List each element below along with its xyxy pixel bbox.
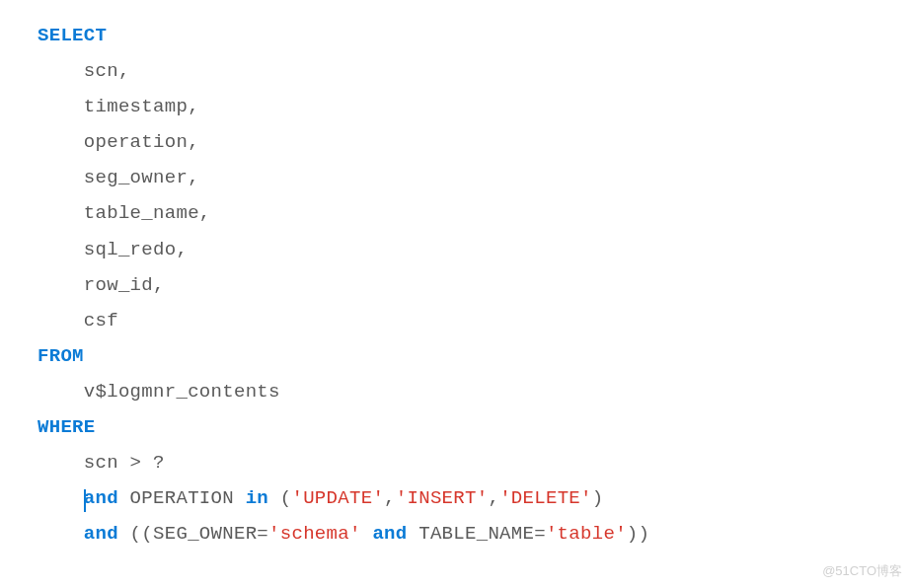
string-update: 'UPDATE' (291, 487, 384, 509)
string-delete: 'DELETE' (499, 487, 592, 509)
watermark-text: @51CTO博客 (822, 559, 902, 584)
seg-owner-part: ((SEG_OWNER= (118, 523, 268, 545)
from-keyword: FROM (38, 345, 84, 367)
rparen-2: )) (627, 523, 649, 545)
column-row-id: row_id, (84, 274, 165, 296)
string-schema: 'schema' (268, 523, 361, 545)
comma-2: , (488, 487, 499, 509)
column-table-name: table_name, (84, 202, 211, 224)
column-sql-redo: sql_redo, (84, 239, 188, 260)
column-seg-owner: seg_owner, (84, 167, 199, 188)
text-cursor (84, 489, 86, 512)
operation-field: OPERATION (118, 487, 246, 509)
condition-scn: scn > ? (84, 452, 165, 474)
where-keyword: WHERE (38, 416, 96, 438)
in-keyword: in (246, 487, 268, 509)
comma-1: , (384, 487, 396, 509)
and-keyword-1: and (84, 487, 118, 509)
string-table: 'table' (546, 523, 627, 545)
string-insert: 'INSERT' (396, 487, 489, 509)
lparen-1: ( (268, 487, 291, 509)
and-keyword-2: and (84, 523, 118, 545)
column-operation: operation, (84, 131, 199, 153)
table-name: v$logmnr_contents (84, 381, 280, 403)
table-name-part: TABLE_NAME= (407, 523, 545, 545)
column-csf: csf (84, 310, 118, 331)
column-timestamp: timestamp, (84, 96, 199, 117)
space-1 (361, 523, 373, 545)
rparen-1: ) (592, 487, 604, 509)
and-keyword-3: and (372, 523, 407, 545)
select-keyword: SELECT (38, 25, 107, 46)
column-scn: scn, (84, 60, 130, 82)
sql-code-block: SELECT scn, timestamp, operation, seg_ow… (38, 18, 874, 551)
